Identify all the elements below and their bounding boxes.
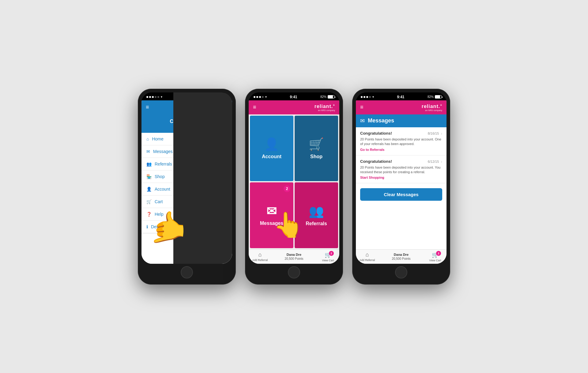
referrals-icon: 👥 (146, 162, 152, 166)
status-right-3: 82% (428, 95, 442, 99)
phone-2: ▾ 9:41 82% ≡ reliant.+ (245, 89, 343, 285)
phone-bottom-1 (141, 264, 232, 281)
menu-label-cart: Cart (155, 199, 163, 204)
messages-icon: ✉ (146, 149, 150, 154)
messages-tile-badge: 2 (284, 185, 290, 192)
hamburger-icon-2[interactable]: ≡ (253, 104, 256, 110)
msg-top-2: Congratulations! 6/12/15 › (360, 159, 442, 164)
referrals-tile-label: Referrals (306, 221, 327, 226)
header-2: ≡ reliant.+ an NRG company (249, 100, 339, 114)
hand-cursor: 🤙 (149, 209, 187, 245)
battery-fill-2 (328, 95, 333, 98)
battery-bar-3 (435, 95, 442, 99)
user-nav-center-3: Dana Dre 20,500 Points (379, 253, 424, 260)
signal-dot-3-2 (364, 96, 365, 98)
msg-arrow-1: › (441, 131, 442, 136)
status-left-1: ▾ (146, 95, 162, 99)
add-referral-nav[interactable]: ⌂ Add Referral (249, 252, 271, 262)
wifi-icon-2: ▾ (265, 95, 267, 99)
add-referral-nav-label: Add Referral (252, 259, 268, 262)
add-referral-nav-label-3: Add Referral (360, 259, 375, 262)
cart-nav-label-2: View Cart (322, 259, 334, 262)
msg-date-2: 6/12/15 (428, 160, 439, 163)
msg-top-1: Congratulations! 8/16/15 › (360, 131, 442, 136)
grid-tile-shop[interactable]: 🛒 Shop (295, 116, 338, 181)
signal-dot-3-1 (361, 96, 363, 98)
nav-username-3: Dana Dre (394, 253, 409, 256)
add-referral-nav-3[interactable]: ⌂ Add Referral (356, 252, 379, 262)
reliant-sub-3: an NRG company (425, 109, 442, 111)
shop-tile-label: Shop (310, 154, 322, 159)
shop-tile-icon: 🛒 (309, 137, 324, 151)
grid-tile-referrals[interactable]: 👥 Referrals (295, 182, 338, 248)
menu-label-home: Home (152, 136, 163, 141)
wifi-icon-1: ▾ (161, 95, 162, 99)
grid-tile-account[interactable]: 👤 Account (250, 116, 293, 181)
home-button-1[interactable] (181, 266, 193, 278)
signal-dot-5 (157, 96, 159, 98)
battery-pct-2: 82% (320, 95, 326, 99)
phone-1: ▾ 9:41 82% ≡ reliant.+ (138, 89, 236, 285)
reliant-name-3: reliant.+ (422, 103, 442, 109)
clear-messages-button[interactable]: Clear Messages (360, 188, 442, 201)
account-tile-label: Account (262, 154, 281, 159)
home-grid: 👤 Account 🛒 Shop 2 ✉ Messages (249, 114, 339, 249)
status-bar-2: ▾ 9:41 82% (249, 92, 339, 100)
status-left-2: ▾ (254, 95, 267, 99)
referrals-tile-icon: 👥 (309, 204, 324, 218)
status-right-2: 82% (320, 95, 334, 99)
screen-3: ≡ reliant.+ an NRG company ✉ Messages (356, 100, 447, 264)
battery-pct-3: 82% (428, 95, 434, 99)
phone-bottom-3 (356, 264, 447, 281)
msg-date-1: 8/16/15 (428, 132, 439, 135)
grid-tile-messages[interactable]: 2 ✉ Messages (250, 182, 293, 248)
msg-link-1[interactable]: Go to Referrals (360, 148, 442, 151)
message-card-1[interactable]: Congratulations! 8/16/15 › 20 Points hav… (356, 127, 447, 155)
reliant-logo-2: reliant.+ an NRG company (315, 103, 335, 111)
messages-header: ✉ Messages (356, 114, 447, 127)
phone-bottom-2 (249, 264, 339, 281)
hamburger-icon-1[interactable]: ≡ (146, 104, 149, 110)
msg-body-2: 20 Points have been deposited into your … (360, 165, 442, 175)
msg-title-2: Congratulations! (360, 159, 392, 164)
status-time-3: 9:41 (397, 95, 404, 99)
screen-1: ≡ reliant.+ an NRG company Cristian Evan… (141, 100, 232, 264)
account-tile-icon: 👤 (264, 137, 279, 151)
view-cart-nav-3[interactable]: 2 🛒 View Cart (424, 252, 447, 262)
signal-dot-1 (146, 96, 148, 98)
home-button-3[interactable] (395, 266, 407, 278)
battery-bar-2 (328, 95, 334, 99)
menu-label-referrals: Referrals (155, 162, 172, 166)
sidebar-wrapper: Cristian Evans 22,500 Points ⌂ Home ✉ (141, 114, 232, 264)
messages-tile-label: Messages (260, 221, 284, 226)
view-cart-nav[interactable]: 2 🛒 View Cart (317, 252, 339, 262)
message-card-2[interactable]: Congratulations! 6/12/15 › 20 Points hav… (356, 155, 447, 184)
cart-nav-label-3: View Cart (429, 259, 441, 262)
bottom-nav-2: ⌂ Add Referral Dana Dre 20,500 Points 2 … (249, 249, 339, 264)
signal-dot-2-2 (256, 96, 258, 98)
user-nav-center: Dana Dre 20,500 Points (271, 253, 317, 260)
wifi-icon-3: ▾ (372, 95, 374, 99)
signal-dot-3 (152, 96, 154, 98)
signal-dot-3-3 (366, 96, 368, 98)
reliant-logo-3: reliant.+ an NRG company (422, 103, 442, 111)
msg-link-2[interactable]: Start Shopping (360, 176, 442, 179)
nav-username-2: Dana Dre (287, 253, 301, 256)
cart-nav-badge-2: 2 (329, 251, 334, 256)
cart-nav-badge-3: 2 (436, 251, 441, 256)
battery-fill-3 (435, 95, 440, 98)
messages-header-icon: ✉ (360, 117, 365, 124)
account-icon: 👤 (146, 187, 152, 192)
header-3: ≡ reliant.+ an NRG company (356, 100, 447, 114)
signal-dot-2-4 (262, 96, 264, 98)
signal-dot-2-1 (254, 96, 255, 98)
menu-label-account: Account (155, 187, 170, 192)
home-icon: ⌂ (146, 136, 149, 141)
hamburger-icon-3[interactable]: ≡ (360, 104, 364, 110)
home-button-2[interactable] (288, 266, 300, 278)
msg-top-right-1: 8/16/15 › (428, 131, 442, 136)
nav-points-3: 20,500 Points (392, 257, 410, 260)
msg-title-1: Congratulations! (360, 131, 392, 136)
signal-dot-2-3 (259, 96, 261, 98)
msg-arrow-2: › (441, 159, 442, 164)
